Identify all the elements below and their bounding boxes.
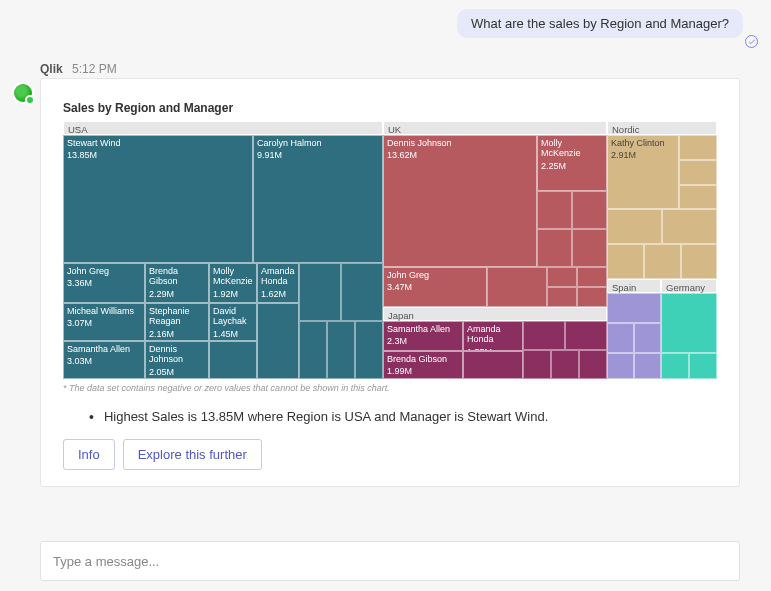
message-input[interactable] — [53, 554, 727, 569]
treemap-cell[interactable]: Molly McKenzie2.25M — [537, 135, 607, 191]
insight-text: Highest Sales is 13.85M where Region is … — [104, 409, 548, 425]
treemap-cell[interactable]: Samantha Allen2.3M — [383, 321, 463, 351]
user-message: What are the sales by Region and Manager… — [457, 9, 743, 38]
treemap-cell[interactable]: Samantha Allen3.03M — [63, 341, 145, 379]
treemap-cell[interactable]: Kathy Clinton2.91M — [607, 135, 679, 209]
compose-box[interactable] — [40, 541, 740, 581]
treemap-cell[interactable]: John Greg3.47M — [383, 267, 487, 307]
treemap-cell[interactable] — [257, 303, 299, 379]
treemap-cell[interactable] — [537, 191, 607, 267]
region-header-germany[interactable]: Germany — [661, 279, 717, 293]
treemap-cell[interactable] — [607, 293, 661, 353]
treemap-cell[interactable]: Dennis Johnson13.62M — [383, 135, 537, 267]
treemap-cell[interactable]: Brenda Gibson1.99M — [383, 351, 463, 379]
treemap-cell[interactable] — [209, 341, 257, 379]
bot-name: Qlik — [40, 62, 63, 76]
treemap-cell[interactable] — [299, 263, 383, 379]
bullet-icon: • — [89, 409, 94, 425]
treemap-chart[interactable]: USA Stewart Wind13.85M Carolyn Halmon9.9… — [63, 121, 717, 379]
presence-icon — [25, 95, 35, 105]
treemap-cell[interactable]: Micheal Williams3.07M — [63, 303, 145, 341]
treemap-cell[interactable] — [661, 353, 717, 379]
action-buttons: Info Explore this further — [63, 439, 717, 470]
chart-footnote: * The data set contains negative or zero… — [63, 383, 717, 393]
bot-time: 5:12 PM — [72, 62, 117, 76]
treemap-cell[interactable] — [661, 293, 717, 353]
treemap-cell[interactable] — [523, 321, 607, 379]
bot-message-header: Qlik 5:12 PM — [40, 62, 117, 76]
region-header-usa[interactable]: USA — [63, 121, 383, 135]
read-receipt-icon — [745, 35, 758, 48]
info-button[interactable]: Info — [63, 439, 115, 470]
treemap-cell[interactable]: Molly McKenzie1.92M — [209, 263, 257, 303]
region-header-japan[interactable]: Japan — [383, 307, 607, 321]
treemap-cell[interactable] — [487, 267, 607, 307]
treemap-cell[interactable] — [679, 135, 717, 209]
explore-further-button[interactable]: Explore this further — [123, 439, 262, 470]
treemap-cell[interactable] — [607, 209, 717, 279]
avatar — [12, 82, 34, 104]
treemap-cell[interactable] — [463, 351, 523, 379]
region-header-uk[interactable]: UK — [383, 121, 607, 135]
chart-title: Sales by Region and Manager — [63, 101, 717, 115]
treemap-cell[interactable]: Amanda Honda1.55M — [463, 321, 523, 351]
treemap-cell[interactable]: Brenda Gibson2.29M — [145, 263, 209, 303]
treemap-cell[interactable]: Stewart Wind13.85M — [63, 135, 253, 263]
treemap-cell[interactable]: Carolyn Halmon9.91M — [253, 135, 383, 263]
treemap-cell[interactable]: David Laychak1.45M — [209, 303, 257, 341]
insight-bullet: • Highest Sales is 13.85M where Region i… — [89, 409, 717, 425]
region-header-nordic[interactable]: Nordic — [607, 121, 717, 135]
treemap-cell[interactable]: John Greg3.36M — [63, 263, 145, 303]
treemap-cell[interactable]: Stephanie Reagan2.16M — [145, 303, 209, 341]
response-card: Sales by Region and Manager USA Stewart … — [40, 78, 740, 487]
treemap-cell[interactable]: Amanda Honda1.62M — [257, 263, 299, 303]
region-header-spain[interactable]: Spain — [607, 279, 661, 293]
treemap-cell[interactable] — [607, 353, 661, 379]
treemap-cell[interactable]: Dennis Johnson2.05M — [145, 341, 209, 379]
